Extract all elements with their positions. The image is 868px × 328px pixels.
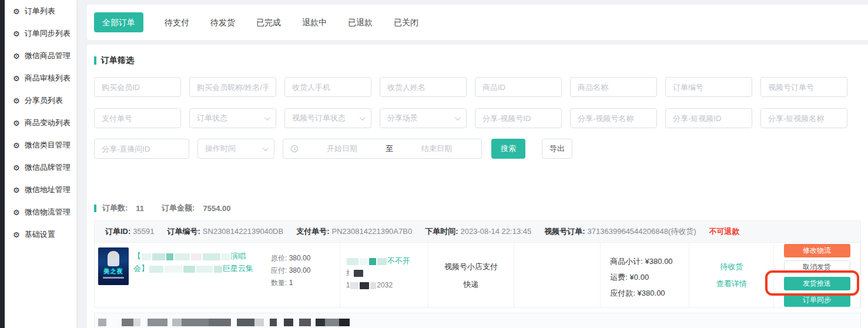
search-button[interactable]: 搜索 — [491, 139, 525, 159]
shipping-value: ¥0.00 — [630, 273, 649, 282]
sidebar-item-basic-settings[interactable]: ⚙基础设置 — [5, 223, 76, 246]
chevron-down-icon — [360, 115, 366, 121]
pay-price-value: 380.00 — [289, 266, 311, 275]
redacted-text — [370, 282, 376, 289]
redacted-text — [203, 253, 220, 260]
shipping-line: 运费: ¥0.00 — [610, 272, 689, 283]
payment-number-input[interactable] — [94, 108, 181, 128]
channel-order-meta: 视频号订单:3713639964544206848(待收货) — [544, 226, 696, 237]
quantity-value: 1 — [289, 279, 293, 287]
sidebar-item-order-sync-list[interactable]: ⚙订单同步列表 — [5, 22, 76, 45]
tab-refunding[interactable]: 退款中 — [302, 12, 327, 32]
redacted-text — [166, 253, 173, 260]
filter-row-3: 操作时间 开始日期 至 结束日期 搜索 导出 — [94, 139, 572, 159]
collapsed-nav-strip — [0, 0, 5, 328]
sidebar-item-label: 订单同步列表 — [25, 28, 71, 39]
sidebar-item-wechat-category-mgmt[interactable]: ⚙微信类目管理 — [5, 134, 76, 156]
meta-value: 35591 — [133, 227, 154, 236]
tab-pending-payment[interactable]: 待支付 — [165, 12, 189, 32]
sidebar-item-product-change-list[interactable]: ⚙商品变动列表 — [5, 112, 76, 134]
tab-closed[interactable]: 已关闭 — [394, 12, 418, 32]
order-amount-label: 订单金额: — [162, 203, 195, 213]
product-name-input[interactable] — [570, 77, 657, 97]
filter-row-2: 订单状态 视频号订单状态 分享场景 — [94, 108, 847, 128]
export-button[interactable]: 导出 — [542, 139, 572, 159]
select-placeholder: 操作时间 — [205, 143, 236, 154]
order-card: 订单ID:35591 订单编号:SN23081422139040DB 支付单号:… — [94, 220, 861, 308]
redacted-text — [149, 266, 163, 273]
share-live-room-id-input[interactable] — [94, 139, 189, 159]
product-cell: 美之夜 【演唱 会】巨星云集 原价: 380.00 应付: 380.00 数量:… — [95, 243, 340, 308]
product-price-detail: 原价: 380.00 应付: 380.00 数量: 1 — [271, 252, 310, 289]
buyer-phone-fragment: 2032 — [377, 281, 393, 289]
quantity-label: 数量: — [271, 279, 287, 287]
sidebar-item-order-list[interactable]: ⚙订单列表 — [5, 0, 76, 22]
tab-pending-shipment[interactable]: 待发货 — [210, 12, 235, 32]
redacted-text — [237, 319, 254, 326]
redacted-text — [254, 319, 264, 326]
share-video-id-input[interactable] — [665, 108, 752, 128]
receiver-phone-input[interactable] — [284, 77, 371, 97]
share-scene-select[interactable]: 分享场景 — [380, 108, 467, 128]
order-count-label: 订单数: — [102, 203, 128, 213]
redacted-text — [339, 319, 350, 326]
payment-method: 视频号小店支付 — [444, 262, 498, 272]
meta-value: 2023-08-14 22:13:45 — [461, 227, 532, 236]
redacted-text — [175, 253, 190, 260]
product-title[interactable]: 【演唱 会】巨星云集 — [133, 250, 272, 275]
operate-time-select[interactable]: 操作时间 — [197, 139, 274, 159]
end-date-placeholder[interactable]: 结束日期 — [399, 143, 474, 154]
redacted-text — [299, 319, 311, 326]
sidebar-item-wechat-address-mgmt[interactable]: ⚙微信地址管理 — [5, 179, 76, 201]
redacted-text — [172, 319, 182, 326]
sidebar-item-product-review-list[interactable]: ⚙商品审核列表 — [5, 67, 76, 89]
gear-icon: ⚙ — [13, 142, 20, 149]
gear-icon: ⚙ — [13, 186, 20, 194]
subtotal-label: 商品小计: — [610, 257, 643, 266]
main-content: 订单筛选 订单状态 视频号订单状态 分享场景 操作时间 开始日期 至 结束日期 … — [87, 45, 868, 328]
sidebar-item-label: 微信类目管理 — [25, 140, 71, 150]
modify-logistics-button[interactable]: 修改物流 — [784, 244, 850, 257]
order-status-select[interactable]: 订单状态 — [189, 108, 276, 128]
shipment-push-button[interactable]: 发货推送 — [784, 277, 850, 290]
product-image[interactable]: 美之夜 — [98, 247, 129, 285]
channel-order-number-input[interactable] — [760, 77, 847, 97]
buyer-nickname-input[interactable] — [189, 77, 276, 97]
sidebar-item-wechat-logistics-mgmt[interactable]: ⚙微信物流管理 — [5, 201, 76, 223]
order-amount-value: 7554.00 — [203, 204, 230, 213]
order-number-input[interactable] — [665, 77, 752, 97]
sidebar-item-label: 订单列表 — [25, 6, 55, 16]
redacted-text — [360, 282, 369, 289]
select-placeholder: 订单状态 — [197, 113, 227, 123]
sidebar-item-sharer-list[interactable]: ⚙分享员列表 — [5, 89, 76, 112]
orig-price-label: 原价: — [271, 254, 287, 262]
sidebar-item-label: 微信地址管理 — [25, 185, 71, 195]
sidebar-item-wechat-product-mgmt[interactable]: ⚙微信商品管理 — [5, 45, 76, 67]
gear-icon: ⚙ — [13, 30, 20, 38]
buyer-member-id-input[interactable] — [94, 77, 181, 97]
tab-all-orders[interactable]: 全部订单 — [94, 12, 143, 32]
gear-icon: ⚙ — [13, 119, 20, 127]
buyer-nickname-fragment: 不不开 — [387, 256, 410, 265]
order-sync-button[interactable]: 订单同步 — [784, 293, 850, 307]
redacted-text — [182, 319, 209, 326]
share-video-name-input[interactable] — [760, 108, 847, 128]
share-channel-id-input[interactable] — [475, 108, 562, 128]
start-date-placeholder[interactable]: 开始日期 — [304, 143, 380, 154]
view-detail-link[interactable]: 查看详情 — [716, 279, 747, 289]
redacted-text — [165, 266, 182, 273]
redacted-meta-row — [95, 313, 860, 328]
status-badge: 待收货 — [720, 262, 743, 272]
product-id-input[interactable] — [475, 77, 562, 97]
channel-order-status-select[interactable]: 视频号订单状态 — [284, 108, 371, 128]
filter-title-text: 订单筛选 — [101, 55, 134, 66]
date-range-picker[interactable]: 开始日期 至 结束日期 — [283, 139, 482, 159]
redacted-text — [350, 282, 358, 289]
share-channel-name-input[interactable] — [570, 108, 657, 128]
order-meta-header: 订单ID:35591 订单编号:SN23081422139040DB 支付单号:… — [95, 221, 860, 243]
tab-completed[interactable]: 已完成 — [256, 12, 281, 32]
receiver-name-input[interactable] — [380, 77, 467, 97]
cancel-shipment-button[interactable]: 取消发货 — [784, 260, 850, 274]
tab-refunded[interactable]: 已退款 — [348, 12, 373, 32]
sidebar-item-wechat-brand-mgmt[interactable]: ⚙微信品牌管理 — [5, 156, 76, 179]
